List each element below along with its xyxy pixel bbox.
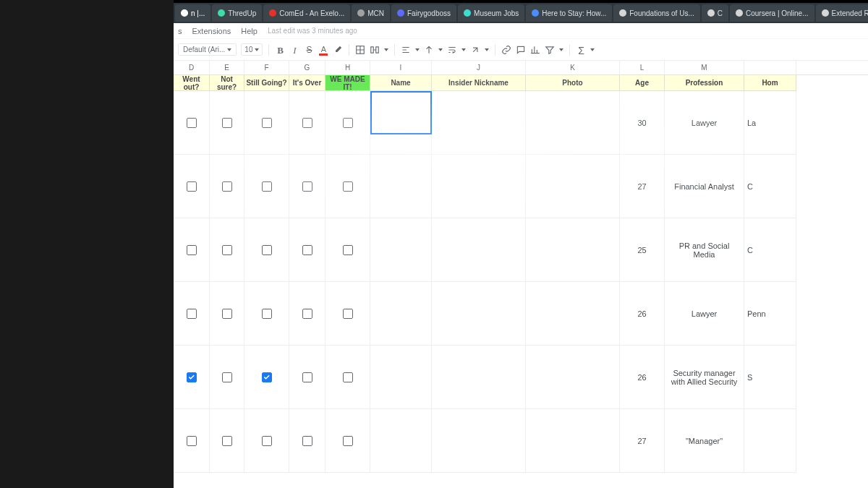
checkbox[interactable] <box>187 245 197 255</box>
text-rotation-icon[interactable] <box>470 45 480 55</box>
cell[interactable] <box>526 346 620 409</box>
cell[interactable] <box>210 346 244 409</box>
bold-icon[interactable]: B <box>275 45 285 55</box>
column-letter[interactable]: G <box>289 61 326 74</box>
checkbox[interactable] <box>222 118 232 128</box>
cell[interactable] <box>526 91 620 155</box>
cell[interactable] <box>289 346 326 409</box>
borders-icon[interactable] <box>355 45 365 55</box>
cell[interactable] <box>370 282 432 346</box>
text-wrap-icon[interactable] <box>447 45 457 55</box>
browser-tab[interactable]: Fairygodboss <box>391 4 456 22</box>
cell-profession[interactable]: Financial Analyst <box>665 155 744 218</box>
font-family-select[interactable]: Default (Ari... <box>178 43 237 56</box>
checkbox[interactable] <box>262 181 272 192</box>
link-icon[interactable] <box>501 45 511 55</box>
cell[interactable] <box>210 91 244 155</box>
column-letter[interactable]: M <box>665 61 744 74</box>
cell[interactable] <box>326 346 370 409</box>
menu-item-extensions[interactable]: Extensions <box>192 27 231 35</box>
checkbox[interactable] <box>302 372 312 382</box>
checkbox[interactable] <box>222 309 232 319</box>
cell[interactable] <box>326 409 370 473</box>
spreadsheet-grid[interactable]: 30LawyerLa27Financial AnalystC25PR and S… <box>174 91 868 473</box>
checkbox[interactable] <box>187 309 197 319</box>
menu-item-help[interactable]: Help <box>241 27 258 35</box>
column-letter[interactable]: K <box>526 61 620 74</box>
menu-item[interactable]: s <box>178 27 182 35</box>
cell[interactable] <box>326 218 370 282</box>
cell[interactable] <box>432 282 526 346</box>
checkbox[interactable] <box>302 118 312 128</box>
cell[interactable] <box>432 409 526 473</box>
cell[interactable] <box>174 346 210 409</box>
column-letter[interactable]: L <box>620 61 665 74</box>
cell[interactable] <box>370 346 432 409</box>
cell[interactable] <box>174 91 210 155</box>
cell[interactable] <box>370 409 432 473</box>
checkbox[interactable] <box>262 309 272 319</box>
column-letter[interactable]: F <box>244 61 289 74</box>
cell[interactable] <box>326 91 370 155</box>
browser-tab[interactable]: Here to Stay: How... <box>526 4 612 22</box>
cell[interactable] <box>289 409 326 473</box>
column-letter[interactable]: J <box>432 61 526 74</box>
cell[interactable] <box>370 91 432 155</box>
cell[interactable] <box>326 282 370 346</box>
cell[interactable] <box>289 218 326 282</box>
checkbox[interactable] <box>343 372 353 382</box>
last-edit-note[interactable]: Last edit was 3 minutes ago <box>268 27 357 35</box>
cell[interactable] <box>244 155 289 218</box>
checkbox[interactable] <box>222 181 232 192</box>
cell-profession[interactable]: "Manager" <box>665 409 744 473</box>
cell-home[interactable]: La <box>744 91 796 155</box>
italic-icon[interactable]: I <box>289 45 299 55</box>
comment-icon[interactable] <box>516 45 526 55</box>
column-header[interactable]: Insider Nickname <box>432 75 526 91</box>
browser-tab[interactable]: ThredUp <box>212 4 262 22</box>
cell[interactable] <box>289 155 326 218</box>
cell[interactable] <box>432 218 526 282</box>
column-header[interactable]: Name <box>370 75 432 91</box>
cell-profession[interactable]: Lawyer <box>665 91 744 155</box>
cell-age[interactable]: 30 <box>620 91 665 155</box>
cell[interactable] <box>210 218 244 282</box>
cell[interactable] <box>174 282 210 346</box>
column-letter[interactable]: D <box>174 61 210 74</box>
cell[interactable] <box>432 155 526 218</box>
checkbox[interactable] <box>302 245 312 255</box>
checkbox[interactable] <box>262 118 272 128</box>
vertical-align-icon[interactable] <box>424 45 434 55</box>
checkbox[interactable] <box>343 118 353 128</box>
cell-profession[interactable]: PR and Social Media <box>665 218 744 282</box>
checkbox[interactable] <box>262 245 272 255</box>
cell[interactable] <box>244 91 289 155</box>
checkbox[interactable] <box>343 181 353 192</box>
cell[interactable] <box>244 218 289 282</box>
cell-home[interactable]: C <box>744 155 796 218</box>
cell[interactable] <box>526 282 620 346</box>
column-header[interactable]: Went out? <box>174 75 210 91</box>
browser-tab[interactable]: Coursera | Online... <box>730 4 814 22</box>
cell[interactable] <box>174 155 210 218</box>
cell[interactable] <box>244 282 289 346</box>
checkbox[interactable] <box>222 245 232 255</box>
checkbox[interactable] <box>262 436 272 446</box>
column-header[interactable]: Hom <box>744 75 796 91</box>
cell-age[interactable]: 26 <box>620 282 665 346</box>
cell[interactable] <box>174 409 210 473</box>
cell-age[interactable]: 26 <box>620 346 665 409</box>
column-header[interactable]: Photo <box>526 75 620 91</box>
font-size-select[interactable]: 10 <box>241 43 263 56</box>
cell[interactable] <box>210 282 244 346</box>
browser-tab[interactable]: MCN <box>352 4 390 22</box>
checkbox[interactable] <box>187 181 197 192</box>
checkbox[interactable] <box>262 372 272 382</box>
browser-tab[interactable]: Museum Jobs <box>458 4 524 22</box>
column-letter[interactable]: E <box>210 61 244 74</box>
checkbox[interactable] <box>302 181 312 192</box>
cell-home[interactable]: C <box>744 218 796 282</box>
cell[interactable] <box>526 409 620 473</box>
cell[interactable] <box>370 218 432 282</box>
cell[interactable] <box>289 91 326 155</box>
